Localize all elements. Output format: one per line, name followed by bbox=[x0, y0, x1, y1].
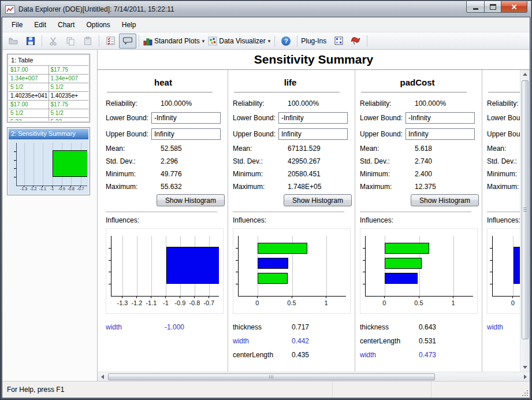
resize-grip[interactable] bbox=[521, 389, 528, 396]
thumbnail-sensitivity-summary[interactable]: 2: Sensitivity Summary -1.3-1.2-1.1-1-0.… bbox=[7, 127, 90, 195]
help-button[interactable]: ? bbox=[277, 34, 295, 49]
x-tick bbox=[151, 296, 151, 298]
scroll-right-button[interactable] bbox=[520, 372, 530, 381]
open-button[interactable] bbox=[5, 34, 22, 49]
gridline bbox=[24, 143, 25, 186]
bound-input[interactable] bbox=[278, 128, 348, 140]
influence-row[interactable]: width0.442 bbox=[233, 334, 348, 348]
stat-row: Maximum:1.748E+05 bbox=[233, 180, 348, 193]
table-row: 5 1/25 1/2 bbox=[9, 109, 88, 118]
output-name: life bbox=[233, 77, 348, 88]
horizontal-scroll-thumb[interactable] bbox=[108, 373, 435, 380]
workspace: 1: Table $17.00$17.751.34e+0071.34e+0075… bbox=[2, 50, 530, 381]
main-panel: Sensitivity Summary heat Reliability:100… bbox=[98, 50, 530, 381]
bound-input[interactable] bbox=[405, 112, 475, 124]
bound-input[interactable] bbox=[151, 112, 221, 124]
arrow-down-icon bbox=[523, 366, 527, 371]
y-tick bbox=[109, 272, 111, 272]
menu-options[interactable]: Options bbox=[80, 18, 116, 32]
y-tick bbox=[236, 260, 238, 261]
influence-row[interactable]: thickness0.717 bbox=[233, 320, 348, 334]
data-visualizer-button[interactable]: Data Visualizer ▾ bbox=[206, 34, 272, 49]
stat-row: Mean:67131.529 bbox=[233, 142, 348, 155]
influence-row[interactable]: width-1.000 bbox=[106, 320, 221, 334]
toolbar-separator bbox=[367, 35, 367, 47]
standard-plots-button[interactable]: Standard Plots ▾ bbox=[142, 34, 206, 49]
bound-input[interactable] bbox=[278, 112, 348, 124]
output-column: heat Reliability:100.000%Lower Bound:Upp… bbox=[101, 70, 228, 372]
minimize-button[interactable] bbox=[466, 1, 485, 13]
scroll-down-button[interactable] bbox=[520, 363, 530, 372]
y-tick bbox=[236, 272, 238, 272]
thumbnail-sensitivity-title: 2: Sensitivity Summary bbox=[9, 129, 88, 139]
paste-icon bbox=[83, 36, 92, 46]
influence-row[interactable]: thickness0.643 bbox=[360, 320, 475, 334]
vertical-scrollbar[interactable] bbox=[520, 70, 530, 372]
menu-chart[interactable]: Chart bbox=[52, 18, 80, 32]
stat-value: 20580.451 bbox=[288, 170, 321, 178]
stat-value: 55.632 bbox=[161, 183, 182, 191]
thumbnail-table[interactable]: 1: Table $17.00$17.751.34e+0071.34e+0075… bbox=[7, 54, 90, 123]
cut-button[interactable] bbox=[44, 34, 62, 49]
bound-input[interactable] bbox=[151, 128, 221, 140]
close-button[interactable] bbox=[501, 1, 527, 13]
stat-row: Maximum: bbox=[487, 180, 520, 193]
influence-row[interactable]: width0.473 bbox=[360, 348, 475, 362]
menu-file[interactable]: File bbox=[6, 18, 28, 32]
paste-button[interactable] bbox=[79, 34, 96, 49]
plugin-flag-button[interactable] bbox=[347, 34, 364, 49]
influence-row[interactable]: width bbox=[487, 320, 520, 334]
stat-row: Mean: bbox=[487, 142, 520, 155]
vertical-scroll-thumb[interactable] bbox=[522, 80, 529, 339]
checklist-button[interactable] bbox=[102, 34, 119, 49]
influence-row[interactable]: centerLength0.531 bbox=[360, 334, 475, 348]
stats-list: Reliability:100.000%Lower Bound:Upper Bo… bbox=[106, 97, 221, 193]
influences-label: Influences: bbox=[360, 216, 475, 224]
column-title-divider bbox=[107, 92, 213, 92]
status-bar: For Help, press F1 bbox=[2, 381, 530, 398]
table-cell: 5 1/2 bbox=[49, 109, 89, 117]
influence-bar bbox=[258, 273, 288, 284]
window-title: Data Explorer (DOE)[Untitled]: 7/14/2011… bbox=[18, 5, 174, 13]
y-tick bbox=[363, 284, 365, 284]
menu-help[interactable]: Help bbox=[116, 18, 142, 32]
scroll-left-button[interactable] bbox=[98, 372, 107, 381]
stat-value: 100.000% bbox=[288, 99, 319, 108]
horizontal-scrollbar[interactable] bbox=[98, 372, 530, 381]
stat-label: Std. Dev.: bbox=[360, 157, 411, 165]
histogram-button-row: Show Histogram bbox=[360, 194, 475, 207]
stat-row: Minimum:2.400 bbox=[360, 168, 475, 180]
copy-button[interactable] bbox=[62, 34, 79, 49]
stat-label: Std. Dev.: bbox=[233, 157, 284, 165]
stat-label: Minimum: bbox=[360, 170, 411, 178]
scroll-up-button[interactable] bbox=[520, 70, 530, 79]
x-tick bbox=[512, 296, 513, 298]
x-tick-label: -0.7 bbox=[199, 299, 220, 306]
influence-value: 0.717 bbox=[292, 323, 309, 331]
menu-edit[interactable]: Edit bbox=[28, 18, 52, 32]
maximize-button[interactable] bbox=[485, 1, 501, 13]
save-button[interactable] bbox=[22, 34, 39, 49]
stat-label: Reliability: bbox=[233, 99, 284, 108]
comment-icon bbox=[123, 36, 132, 45]
x-tick-label: 0 bbox=[247, 299, 267, 306]
stat-label: Minimum: bbox=[487, 170, 520, 178]
show-histogram-button[interactable]: Show Histogram bbox=[411, 194, 479, 206]
stat-row: Std. Dev.:42950.267 bbox=[233, 155, 348, 168]
chart-plot-area bbox=[492, 236, 520, 297]
show-histogram-button[interactable]: Show Histogram bbox=[157, 194, 225, 206]
bound-input[interactable] bbox=[405, 128, 475, 140]
stat-label: Maximum: bbox=[360, 183, 411, 191]
bar-chart-icon bbox=[143, 36, 152, 46]
title-bar[interactable]: Data Explorer (DOE)[Untitled]: 7/14/2011… bbox=[1, 1, 531, 17]
standard-plots-label: Standard Plots bbox=[154, 37, 200, 45]
y-tick bbox=[490, 272, 492, 272]
toolbar-separator bbox=[42, 35, 42, 47]
app-client-area: FileEditChartOptionsHelp bbox=[2, 17, 530, 398]
gridline bbox=[137, 236, 137, 296]
influence-value: 0.442 bbox=[292, 337, 309, 345]
comment-button[interactable] bbox=[119, 34, 136, 49]
influence-row[interactable]: centerLength0.435 bbox=[233, 348, 348, 362]
plugin-grid-button[interactable] bbox=[330, 34, 347, 49]
show-histogram-button[interactable]: Show Histogram bbox=[284, 194, 352, 206]
